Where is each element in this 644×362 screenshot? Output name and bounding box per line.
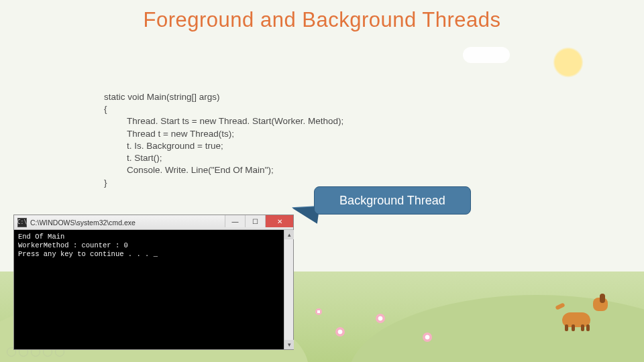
cloud-decoration bbox=[463, 47, 510, 63]
maximize-button[interactable]: ☐ bbox=[245, 215, 265, 227]
code-line: Thread. Start ts = new Thread. Start(Wor… bbox=[104, 115, 399, 127]
close-button[interactable]: ✕ bbox=[265, 215, 293, 227]
console-titlebar[interactable]: C:\ C:\WINDOWS\system32\cmd.exe — ☐ ✕ bbox=[14, 215, 293, 230]
console-output: End Of Main WorkerMethod : counter : 0 P… bbox=[14, 230, 293, 349]
console-line: End Of Main bbox=[18, 233, 289, 241]
code-line: Thread t = new Thread(ts); bbox=[104, 128, 399, 140]
code-line: t. Start(); bbox=[104, 152, 399, 164]
code-sample: static void Main(string[] args) { Thread… bbox=[104, 91, 399, 189]
callout-label: Background Thread bbox=[339, 194, 445, 208]
scroll-down-icon[interactable]: ▾ bbox=[284, 340, 294, 349]
console-window: C:\ C:\WINDOWS\system32\cmd.exe — ☐ ✕ En… bbox=[13, 215, 294, 350]
console-scrollbar[interactable]: ▴ ▾ bbox=[284, 230, 293, 349]
code-line: Console. Write. Line("End Of Main"); bbox=[104, 164, 399, 176]
code-line: t. Is. Background = true; bbox=[104, 140, 399, 152]
slide-title: Foreground and Background Threads bbox=[0, 8, 644, 32]
cmd-icon: C:\ bbox=[17, 218, 27, 227]
console-line: WorkerMethod : counter : 0 bbox=[18, 241, 289, 250]
console-title: C:\WINDOWS\system32\cmd.exe bbox=[30, 219, 136, 227]
minimize-button[interactable]: — bbox=[225, 215, 245, 227]
console-line: Press any key to continue . . . _ bbox=[18, 250, 289, 259]
scroll-up-icon[interactable]: ▴ bbox=[284, 230, 294, 239]
callout-box: Background Thread bbox=[314, 186, 471, 215]
code-line: { bbox=[104, 103, 399, 115]
sun-decoration bbox=[553, 47, 584, 78]
dog-illustration bbox=[562, 303, 604, 331]
code-line: static void Main(string[] args) bbox=[104, 91, 399, 103]
